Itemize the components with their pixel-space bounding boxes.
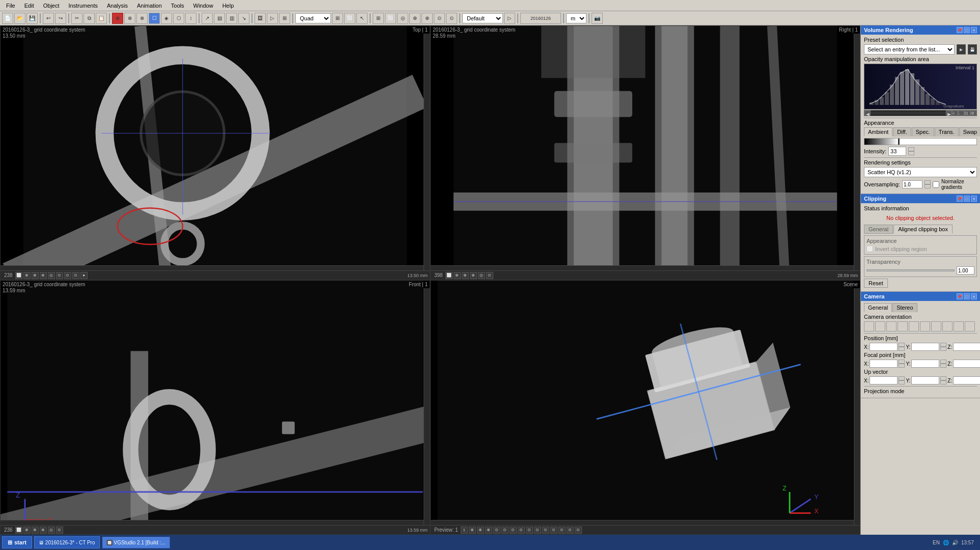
tool7-btn[interactable]: ↕ [185, 13, 197, 24]
vp4-btn2[interactable]: ⊕ [469, 527, 476, 534]
vp3-btn5[interactable]: ◎ [48, 527, 55, 534]
vp4-vscroll[interactable] [854, 288, 860, 525]
cam-bottom-btn[interactable]: Bo [920, 321, 930, 332]
vp2-btn1[interactable]: ⬜ [445, 272, 453, 279]
cam-right-btn[interactable]: R [898, 321, 908, 332]
normalize-checkbox[interactable] [933, 181, 939, 188]
menu-help[interactable]: Help [218, 2, 238, 10]
nav7-btn[interactable]: ⊙ [446, 13, 457, 24]
focal-y-input[interactable]: 27.31 [911, 360, 939, 368]
pos-x-down[interactable]: ▼ [899, 347, 905, 351]
open-btn[interactable]: 📂 [14, 13, 25, 24]
import-btn[interactable]: ↗ [202, 13, 213, 24]
vp1-btn8[interactable]: ⊙ [72, 272, 79, 279]
clip-pin-btn[interactable]: 📌 [957, 196, 963, 202]
preset-load-btn[interactable]: ▶ [957, 44, 966, 54]
tab-diff[interactable]: Diff. [893, 127, 911, 136]
menu-analysis[interactable]: Analysis [103, 2, 132, 10]
snap-btn[interactable]: 📷 [592, 13, 603, 24]
nav4-btn[interactable]: ⊕ [409, 13, 421, 24]
pos-x-up[interactable]: ▲ [899, 343, 905, 347]
oversampling-up[interactable]: ▲ [925, 180, 931, 184]
clip-reset-btn[interactable]: Reset [864, 279, 888, 288]
cam-left-btn[interactable]: L [886, 321, 897, 332]
cam-tab-general[interactable]: General [864, 303, 892, 312]
vp2-btn2[interactable]: ⊕ [454, 272, 461, 279]
vp1-btn7[interactable]: ⊙ [64, 272, 71, 279]
focal-z-input[interactable]: 18.69 [953, 360, 980, 368]
vp3-btn3[interactable]: ⊕ [32, 527, 39, 534]
pos-y-down[interactable]: ▼ [940, 347, 946, 351]
save-btn[interactable]: 💾 [26, 13, 38, 24]
up-y-up[interactable]: ▲ [940, 376, 946, 380]
cam-top-btn[interactable]: T [909, 321, 919, 332]
menu-file[interactable]: File [2, 2, 19, 10]
preset-btn[interactable]: ▷ [504, 13, 515, 24]
tool3-btn[interactable]: ⊗ [136, 13, 148, 24]
vp4-btn1[interactable]: 1 [461, 527, 468, 534]
intensity-input[interactable]: 33 [888, 147, 906, 156]
vp4-btn15[interactable]: ⊙ [575, 527, 582, 534]
view1-btn[interactable]: ⊞ [332, 13, 343, 24]
focal-y-up[interactable]: ▲ [940, 360, 946, 364]
view-mode-select[interactable]: Quad [295, 13, 331, 23]
vp4-btn13[interactable]: ⊙ [558, 527, 566, 534]
cam-pin-btn[interactable]: 📌 [957, 293, 963, 299]
vp4-btn9[interactable]: ⊙ [526, 527, 533, 534]
vp1-btn1[interactable]: ⬜ [15, 272, 22, 279]
focal-x-down[interactable]: ▼ [899, 364, 905, 368]
cam-front-btn[interactable]: F [864, 321, 874, 332]
hist-reset[interactable]: ⊡ [964, 111, 970, 116]
menu-instruments[interactable]: Instruments [65, 2, 102, 10]
start-button[interactable]: ⊞ start [2, 536, 32, 548]
vp1-btn4[interactable]: ⊕ [40, 272, 47, 279]
taskbar-ctpro[interactable]: 🖥 20160126-3* - CT Pro [34, 536, 100, 548]
tool6-btn[interactable]: ⬡ [173, 13, 184, 24]
cam-close-btn[interactable]: × [971, 293, 977, 299]
vp4-btn14[interactable]: ⊙ [567, 527, 574, 534]
vp4-btn8[interactable]: ⊙ [518, 527, 525, 534]
pos-y-input[interactable]: -31.56 [911, 343, 939, 351]
vp4-btn11[interactable]: ⊙ [542, 527, 549, 534]
up-z-input[interactable]: 0.806542 [953, 376, 980, 384]
vp1-btn2[interactable]: ⊕ [23, 272, 31, 279]
screenshot-btn[interactable]: 20160126 [520, 13, 561, 24]
menu-object[interactable]: Object [39, 2, 64, 10]
vp2-btn6[interactable]: ⊙ [486, 272, 493, 279]
vp1-btn9[interactable]: ● [80, 272, 88, 279]
new-btn[interactable]: 📄 [2, 13, 13, 24]
viewport-bottomright[interactable]: Scene [430, 280, 860, 535]
vp3-vscroll[interactable] [424, 288, 430, 525]
menu-animation[interactable]: Animation [133, 2, 166, 10]
undo-btn[interactable]: ↩ [43, 13, 54, 24]
vp4-hscroll[interactable] [431, 520, 854, 525]
vr-pin-btn[interactable]: 📌 [957, 27, 963, 33]
intensity-slider-track[interactable] [864, 138, 977, 145]
menu-edit[interactable]: Edit [20, 2, 38, 10]
vp4-btn10[interactable]: ⊙ [534, 527, 541, 534]
cam-max-btn[interactable]: □ [964, 293, 970, 299]
up-y-input[interactable]: 0.549622 [911, 376, 939, 384]
cam-iso1-btn[interactable]: I1 [931, 321, 941, 332]
tab-spec[interactable]: Spec. [912, 127, 934, 136]
cam-tab-stereo[interactable]: Stereo [892, 303, 917, 312]
tab-swap[interactable]: Swap [959, 127, 980, 136]
cam-reset-btn[interactable]: ↺ [965, 321, 975, 332]
preset-save-btn[interactable]: 💾 [968, 44, 977, 54]
tool5-btn[interactable]: ◈ [161, 13, 172, 24]
tool2-btn[interactable]: ⊕ [124, 13, 135, 24]
pos-z-input[interactable]: -3.48 [953, 343, 980, 351]
histogram-scrollbar[interactable]: ◄ ► + - ⊡ ⚙ [864, 110, 977, 116]
view2-btn[interactable]: ⬜ [344, 13, 355, 24]
up-y-down[interactable]: ▼ [940, 380, 946, 384]
viewport-topright[interactable]: 20160126-3_ grid coordinate system Right… [430, 25, 860, 280]
vp2-vscroll[interactable] [854, 34, 860, 270]
pos-y-up[interactable]: ▲ [940, 343, 946, 347]
intensity-up[interactable]: ▲ [908, 147, 914, 151]
menu-window[interactable]: Window [189, 2, 217, 10]
viewport-topleft[interactable]: 20160126-3_ grid coordinate system Top |… [0, 25, 430, 280]
units-select[interactable]: mm [566, 13, 586, 23]
copy-btn[interactable]: ⧉ [83, 13, 95, 24]
vp1-btn5[interactable]: ◎ [48, 272, 55, 279]
hist-settings[interactable]: ⚙ [970, 111, 976, 116]
